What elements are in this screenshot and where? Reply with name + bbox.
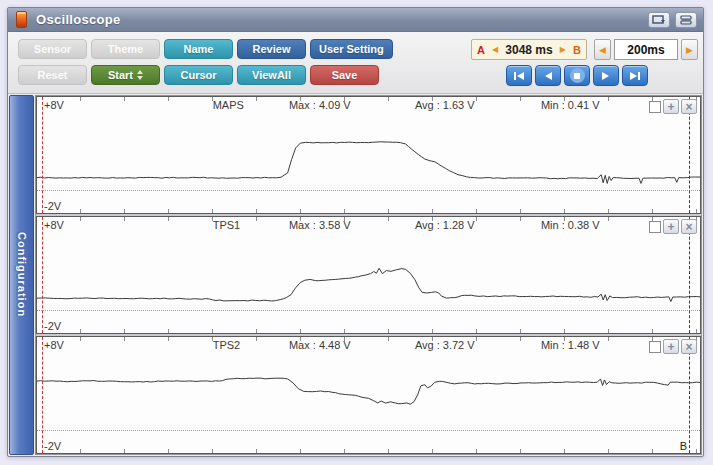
- y-max-label: +8V: [44, 339, 64, 351]
- tick-marks-bottom: [37, 209, 700, 213]
- channel-name: TPS1: [213, 219, 241, 231]
- zoom-in-channel-button[interactable]: +: [663, 219, 679, 234]
- start-button-label: Start: [108, 69, 133, 81]
- cursor-a-left-arrow-icon[interactable]: ◀: [492, 45, 498, 54]
- max-stat: Max : 4.09 V: [289, 99, 351, 111]
- detach-window-icon: [652, 15, 666, 25]
- cursor-a-line[interactable]: [42, 97, 43, 213]
- playback-stop-button[interactable]: [564, 65, 590, 86]
- channel-panel-maps: +8V MAPS Max : 4.09 V Avg : 1.63 V Min :…: [36, 96, 701, 214]
- min-stat: Min : 0.41 V: [541, 99, 600, 111]
- skip-to-end-button[interactable]: [622, 65, 648, 86]
- interval-increase-button[interactable]: ▶: [681, 39, 698, 60]
- up-down-spinner-icon: [137, 70, 143, 80]
- configuration-label: Configuration: [16, 232, 28, 317]
- channel-visible-checkbox[interactable]: [649, 101, 661, 113]
- start-button[interactable]: Start: [91, 65, 160, 85]
- channel-visible-checkbox[interactable]: [649, 221, 661, 233]
- avg-stat: Avg : 1.63 V: [415, 99, 475, 111]
- name-button[interactable]: Name: [164, 39, 233, 59]
- configuration-sidebar-tab[interactable]: Configuration: [9, 95, 34, 455]
- zoom-in-channel-button[interactable]: +: [663, 339, 679, 354]
- skip-to-end-icon: [629, 71, 641, 81]
- window-layout-button[interactable]: [675, 12, 697, 28]
- skip-to-start-button[interactable]: [506, 65, 532, 86]
- detach-window-button[interactable]: [648, 12, 670, 28]
- ab-time-range-value: 3048 ms: [505, 43, 552, 57]
- window-layout-icon: [680, 15, 692, 25]
- cursor-b-line[interactable]: [689, 337, 690, 453]
- avg-stat: Avg : 3.72 V: [415, 339, 475, 351]
- theme-button[interactable]: Theme: [91, 39, 160, 59]
- toolbar: Sensor Theme Name Review User Setting Re…: [8, 32, 703, 94]
- channel-panel-tps2: +8V TPS2 Max : 4.48 V Avg : 3.72 V Min :…: [36, 336, 701, 454]
- cursor-b-right-arrow-icon[interactable]: ▶: [560, 45, 566, 54]
- reset-button[interactable]: Reset: [18, 65, 87, 85]
- oscilloscope-window: Oscilloscope Sensor Theme Name: [7, 7, 704, 457]
- close-channel-button[interactable]: ×: [681, 99, 697, 114]
- cursor-a-line[interactable]: [42, 217, 43, 333]
- close-channel-button[interactable]: ×: [681, 219, 697, 234]
- waveform-trace-tps1: [37, 217, 700, 333]
- step-forward-button[interactable]: [593, 65, 619, 86]
- waveform-trace-maps: [37, 97, 700, 213]
- user-setting-button[interactable]: User Setting: [310, 39, 393, 59]
- y-max-label: +8V: [44, 219, 64, 231]
- y-max-label: +8V: [44, 99, 64, 111]
- cursor-b-line[interactable]: [689, 97, 690, 213]
- waveform-trace-tps2: [37, 337, 700, 453]
- cursor-a-label: A: [477, 44, 485, 56]
- close-channel-button[interactable]: ×: [681, 339, 697, 354]
- cursor-b-label-toolbar: B: [573, 44, 581, 56]
- viewall-button[interactable]: ViewAll: [237, 65, 306, 85]
- cursor-button[interactable]: Cursor: [164, 65, 233, 85]
- min-stat: Min : 1.48 V: [541, 339, 600, 351]
- step-forward-icon: [601, 71, 611, 81]
- right-arrow-icon: ▶: [686, 45, 693, 55]
- tick-marks-bottom: [37, 329, 700, 333]
- channel-visible-checkbox[interactable]: [649, 341, 661, 353]
- interval-decrease-button[interactable]: ◀: [594, 39, 611, 60]
- playback-controls: [506, 65, 648, 86]
- sensor-button[interactable]: Sensor: [18, 39, 87, 59]
- cursor-b-line[interactable]: [689, 217, 690, 333]
- oscilloscope-device-icon: [16, 11, 27, 28]
- skip-to-start-icon: [513, 71, 525, 81]
- avg-stat: Avg : 1.28 V: [415, 219, 475, 231]
- time-interval-value: 200ms: [614, 39, 678, 60]
- main-area: Configuration +8V MAPS Max : 4.09 V Avg …: [8, 94, 703, 456]
- max-stat: Max : 3.58 V: [289, 219, 351, 231]
- channel-name: TPS2: [213, 339, 241, 351]
- stop-icon: [570, 68, 585, 83]
- zero-volt-gridline: [37, 430, 700, 431]
- step-back-button[interactable]: [535, 65, 561, 86]
- channel-panel-tps1: +8V TPS1 Max : 3.58 V Avg : 1.28 V Min :…: [36, 216, 701, 334]
- left-arrow-icon: ◀: [599, 45, 606, 55]
- zoom-in-channel-button[interactable]: +: [663, 99, 679, 114]
- ab-time-range-box: A ◀ 3048 ms ▶ B: [471, 39, 587, 60]
- review-button[interactable]: Review: [237, 39, 306, 59]
- tick-marks-bottom: [37, 449, 700, 453]
- channel-name: MAPS: [213, 99, 244, 111]
- step-back-icon: [543, 71, 553, 81]
- max-stat: Max : 4.48 V: [289, 339, 351, 351]
- min-stat: Min : 0.38 V: [541, 219, 600, 231]
- save-button[interactable]: Save: [310, 65, 379, 85]
- cursor-a-line[interactable]: [42, 337, 43, 453]
- zero-volt-gridline: [37, 310, 700, 311]
- window-title: Oscilloscope: [36, 12, 121, 27]
- zero-volt-gridline: [37, 190, 700, 191]
- title-bar: Oscilloscope: [8, 8, 703, 32]
- channel-panels: +8V MAPS Max : 4.09 V Avg : 1.63 V Min :…: [35, 95, 702, 455]
